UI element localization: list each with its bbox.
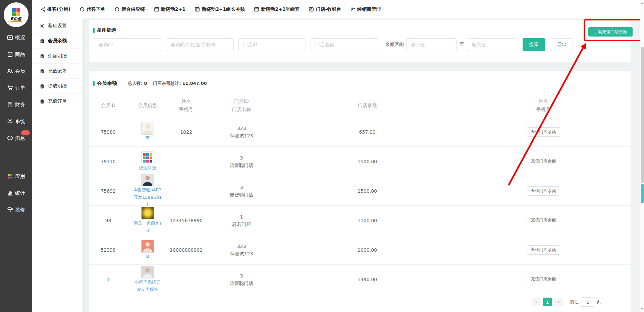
filter-input[interactable] [166, 38, 234, 51]
filter-input[interactable] [94, 38, 161, 51]
logo-mark-icon [12, 8, 20, 16]
sidebar-item-系统[interactable]: 系统 [0, 113, 32, 130]
recharge-store-balance-button[interactable]: 充值门店余额 [527, 216, 560, 225]
scroll-up-icon[interactable]: ▲ [640, 2, 644, 4]
sidebar-menu-top: 概况商品会员订单财务系统消息... [0, 29, 32, 146]
recharge-store-balance-button[interactable]: 充值门店余额 [527, 186, 560, 196]
store-balance-cell: 1500.00 [278, 159, 456, 164]
submenu-item-label: 基础设置 [48, 23, 67, 29]
max-value-input[interactable] [467, 38, 517, 51]
prev-page-button[interactable]: ‹ [532, 298, 540, 306]
action-cell: 充值门店余额 [456, 245, 631, 255]
member-nickname-link[interactable]: 快远科技 [139, 164, 156, 172]
filter-input[interactable] [238, 38, 306, 51]
recharge-store-balance-button[interactable]: 充值门店余额 [527, 245, 560, 255]
topnav-item[interactable]: 门店-收银台 [309, 6, 341, 12]
submenu-item-充值记录[interactable]: 充值记录 [32, 64, 83, 79]
topnav-item-label: 聚合供应链 [121, 6, 145, 12]
member-nickname-link[interactable]: 小程序系统开发#黑标签 [132, 278, 163, 293]
avatar-body [143, 248, 152, 253]
column-header: 门店ID门店名称 [205, 97, 278, 113]
green-accent-bar [93, 81, 95, 86]
sidebar-item-商品[interactable]: 商品 [0, 46, 32, 63]
topnav-item-label: 推客(分销) [47, 6, 70, 12]
sidebar-item-订单[interactable]: 订单 [0, 79, 32, 96]
sidebar-item-会员[interactable]: 会员 [0, 63, 32, 79]
sidebar-item-label: 订单 [15, 85, 25, 91]
member-nickname-link[interactable]: A曾智聪ơAPP开发15986811 [132, 186, 163, 208]
topnav-item-label: 经销商管理 [357, 6, 381, 12]
sidebar-item-应用[interactable]: 应用 [0, 168, 32, 185]
submenu-item-label: 会员余额 [48, 38, 67, 44]
manual-recharge-store-balance-button[interactable]: 手动充值门店余额 [588, 27, 633, 37]
red-person-avatar[interactable] [141, 240, 154, 253]
member-nickname-link[interactable]: 萍 [146, 135, 150, 142]
topnav-item[interactable]: 新链动2+1组长补贴 [195, 6, 245, 12]
submenu-item-提成明细[interactable]: 提成明细 [32, 79, 83, 94]
table-row: 75980萍1022323萍测试123657.00充值门店余额 [89, 117, 631, 147]
grid-avatar[interactable] [141, 151, 154, 164]
circle-icon [79, 7, 85, 12]
sidebar-item-概况[interactable]: 概况 [0, 29, 32, 46]
decorate-icon [7, 207, 13, 213]
scrollbar-teal-indicator [641, 184, 644, 203]
sidebar-item-label: 统计 [15, 190, 25, 196]
recharge-store-balance-button[interactable]: 充值门店余额 [527, 127, 560, 137]
recharge-store-balance-button[interactable]: 充值门店余额 [527, 157, 560, 166]
filter-panel: 条件筛选 余额区间 至 搜索 导出 [89, 20, 631, 62]
filter-inputs [94, 38, 383, 51]
message-icon [7, 135, 13, 141]
scroll-down-icon[interactable]: ▼ [640, 308, 644, 310]
sidebar-item-label: 系统 [15, 118, 25, 125]
sunflower-avatar[interactable] [141, 207, 154, 220]
sidebar-item-统计[interactable]: 统计 [0, 185, 32, 201]
sidebar-item-财务[interactable]: 财务 [0, 96, 32, 113]
range-label: 余额区间 [385, 42, 404, 48]
store-cell: 3曾智聪门店 [205, 272, 278, 287]
woman-photo-avatar[interactable] [141, 266, 154, 278]
avatar-body [143, 182, 152, 186]
next-page-button[interactable]: › [554, 298, 563, 306]
sidebar-menu-bottom: 应用统计装修 [0, 168, 32, 218]
avatar-head [146, 124, 150, 129]
topnav-item[interactable]: 代客下单 [79, 6, 105, 12]
topnav-item[interactable]: 新链动2+1平级奖 [254, 6, 300, 12]
apps-icon [7, 173, 13, 179]
submenu-item-基础设置[interactable]: 基础设置 [32, 18, 83, 34]
member-nickname-link[interactable]: B [146, 253, 149, 260]
filter-input[interactable] [311, 38, 378, 51]
sidebar-item-消息[interactable]: 消息... [0, 130, 32, 146]
min-value-input[interactable] [406, 38, 457, 51]
sketch-avatar[interactable] [141, 122, 154, 135]
brand-logo[interactable]: E企盈 [4, 2, 29, 27]
member-info-cell: B [127, 240, 168, 260]
man-photo-avatar[interactable] [141, 174, 154, 186]
panel-icon [254, 7, 259, 12]
orders-icon [7, 85, 13, 91]
filter-title-row: 条件筛选 [89, 20, 631, 33]
scrollbar-thumb[interactable] [641, 47, 644, 183]
member-nickname-link[interactable]: 南瓜一条藤ớ з ờ [132, 220, 163, 234]
topnav-item[interactable]: 推客(分销) [40, 6, 70, 12]
sidebar-item-label: 商品 [15, 51, 25, 58]
submenu-item-label: 充值订单 [48, 98, 67, 104]
filter-row: 余额区间 至 搜索 导出 [90, 38, 631, 51]
table-row: 52398B10000000001323萍测试1231000.00充值门店余额 [89, 235, 631, 265]
search-button[interactable]: 搜索 [523, 38, 545, 51]
topnav-item[interactable]: 聚合供应链 [114, 6, 145, 12]
current-page-button[interactable]: 1 [543, 298, 552, 306]
topnav-item[interactable]: 经销商管理 [350, 6, 381, 12]
submenu-item-余额明细[interactable]: 余额明细 [32, 49, 83, 64]
submenu-item-充值订单[interactable]: 充值订单 [32, 94, 83, 109]
sidebar-item-label: 概况 [15, 35, 25, 41]
goto-page-input[interactable] [581, 297, 594, 307]
submenu-item-会员余额[interactable]: 会员余额 [32, 34, 83, 49]
recharge-store-balance-button[interactable]: 充值门店余额 [527, 275, 560, 284]
topnav-item[interactable]: 新链动2+1 [154, 6, 185, 12]
topnav-item-label: 门店-收银台 [316, 6, 341, 12]
store-cell: 3曾智聪门店 [205, 184, 278, 198]
page-scrollbar[interactable]: ▲ ▼ [640, 0, 644, 312]
export-button[interactable]: 导出 [551, 38, 573, 51]
sidebar-item-装修[interactable]: 装修 [0, 201, 32, 218]
top-navigation: 推客(分销)代客下单聚合供应链新链动2+1新链动2+1组长补贴新链动2+1平级奖… [32, 0, 644, 18]
